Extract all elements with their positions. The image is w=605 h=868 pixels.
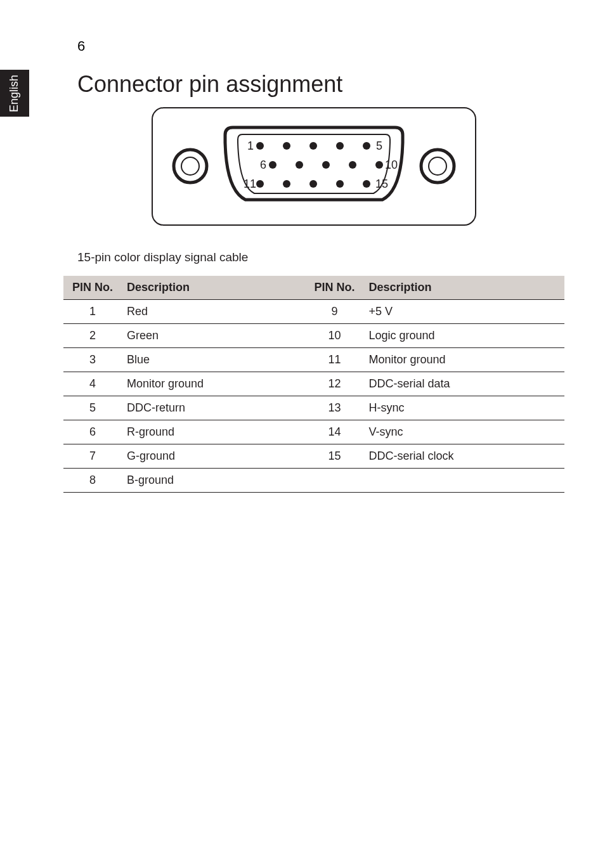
svg-point-18 — [336, 180, 344, 188]
cell-desc: Green — [120, 324, 305, 348]
cell-pin: 15 — [305, 444, 362, 469]
page-number: 6 — [77, 38, 85, 55]
cell-desc: Monitor ground — [362, 348, 564, 372]
connector-diagram: 1 5 6 10 11 15 — [149, 105, 479, 228]
cell-desc: B-ground — [120, 469, 305, 493]
cell-pin: 11 — [305, 348, 362, 372]
cell-desc: DDC-serial data — [362, 372, 564, 396]
col-header-desc2: Description — [362, 276, 564, 300]
table-row: 8 B-ground — [63, 469, 564, 493]
cell-desc: R-ground — [120, 420, 305, 444]
table-row: 1 Red 9 +5 V — [63, 300, 564, 324]
table-caption: 15-pin color display signal cable — [77, 250, 248, 264]
cell-pin: 10 — [305, 324, 362, 348]
page-heading: Connector pin assignment — [77, 71, 342, 98]
cell-pin — [305, 469, 362, 493]
pin-label-5: 5 — [376, 139, 382, 152]
svg-point-13 — [349, 161, 356, 169]
table-row: 5 DDC-return 13 H-sync — [63, 396, 564, 420]
cell-pin: 12 — [305, 372, 362, 396]
svg-point-17 — [309, 180, 317, 188]
pin-label-6: 6 — [260, 159, 266, 171]
svg-point-4 — [429, 157, 446, 175]
cell-desc: Monitor ground — [120, 372, 305, 396]
cell-desc: Logic ground — [362, 324, 564, 348]
cell-pin: 6 — [63, 420, 120, 444]
svg-point-12 — [322, 161, 330, 169]
cell-pin: 8 — [63, 469, 120, 493]
cell-pin: 5 — [63, 396, 120, 420]
col-header-pin1: PIN No. — [63, 276, 120, 300]
cell-desc: Red — [120, 300, 305, 324]
svg-point-11 — [296, 161, 303, 169]
cell-pin: 9 — [305, 300, 362, 324]
svg-point-14 — [375, 161, 383, 169]
side-language-tab: English — [0, 70, 29, 117]
cell-desc: +5 V — [362, 300, 564, 324]
svg-rect-0 — [152, 108, 476, 225]
pin-label-15: 15 — [375, 178, 388, 190]
pin-label-1: 1 — [247, 139, 254, 152]
cell-desc: DDC-return — [120, 396, 305, 420]
col-header-pin2: PIN No. — [305, 276, 362, 300]
svg-point-8 — [336, 142, 344, 150]
pin-assignment-table: PIN No. Description PIN No. Description … — [63, 276, 564, 493]
cell-pin: 14 — [305, 420, 362, 444]
cell-pin: 2 — [63, 324, 120, 348]
table-row: 4 Monitor ground 12 DDC-serial data — [63, 372, 564, 396]
svg-point-1 — [174, 150, 207, 183]
svg-point-5 — [256, 142, 264, 150]
cell-desc: G-ground — [120, 444, 305, 469]
cell-desc — [362, 469, 564, 493]
cell-pin: 3 — [63, 348, 120, 372]
cell-pin: 4 — [63, 372, 120, 396]
svg-point-6 — [283, 142, 290, 150]
table-row: 3 Blue 11 Monitor ground — [63, 348, 564, 372]
table-row: 2 Green 10 Logic ground — [63, 324, 564, 348]
cell-desc: DDC-serial clock — [362, 444, 564, 469]
pin-label-11: 11 — [244, 178, 256, 190]
svg-point-19 — [363, 180, 370, 188]
svg-point-3 — [421, 150, 454, 183]
cell-desc: Blue — [120, 348, 305, 372]
cell-pin: 13 — [305, 396, 362, 420]
table-row: 6 R-ground 14 V-sync — [63, 420, 564, 444]
pin-label-10: 10 — [385, 159, 398, 171]
cell-desc: V-sync — [362, 420, 564, 444]
svg-point-7 — [309, 142, 317, 150]
col-header-desc1: Description — [120, 276, 305, 300]
cell-pin: 1 — [63, 300, 120, 324]
svg-point-10 — [269, 161, 276, 169]
side-language-text: English — [8, 74, 22, 112]
table-header-row: PIN No. Description PIN No. Description — [63, 276, 564, 300]
svg-point-15 — [256, 180, 264, 188]
svg-point-16 — [283, 180, 290, 188]
svg-point-2 — [181, 157, 199, 175]
svg-point-9 — [363, 142, 370, 150]
cell-desc: H-sync — [362, 396, 564, 420]
table-row: 7 G-ground 15 DDC-serial clock — [63, 444, 564, 469]
cell-pin: 7 — [63, 444, 120, 469]
